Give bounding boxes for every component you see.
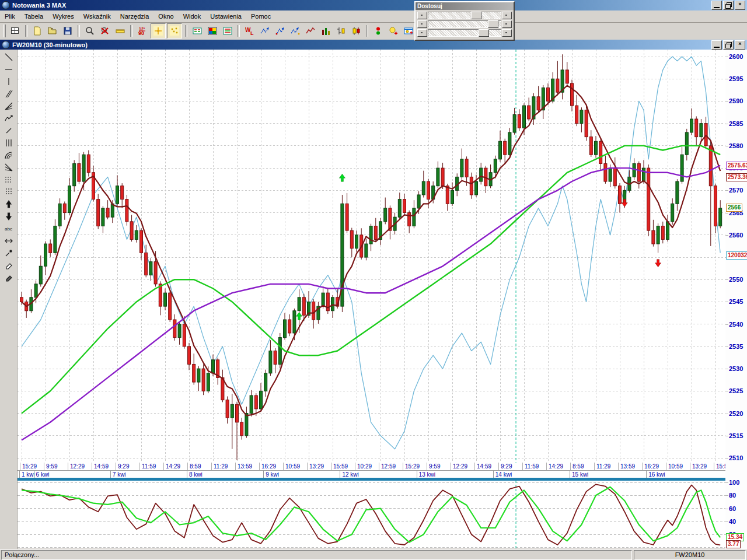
add-study-icon[interactable] <box>386 24 400 38</box>
slider-track[interactable] <box>428 12 501 19</box>
time-tick-mark <box>474 463 475 470</box>
candle <box>637 163 640 181</box>
candle-chart-icon[interactable] <box>349 24 363 38</box>
candle <box>556 79 559 92</box>
text-label-tool[interactable]: abc <box>1 223 16 235</box>
menu-tabela[interactable]: Tabela <box>20 11 48 22</box>
vertical-line-tool[interactable] <box>1 76 16 88</box>
time-tick-label: 10:29 <box>357 463 372 470</box>
chart-window-title-bar[interactable]: FW20M10 (30-minutowo) × <box>0 40 747 50</box>
chart-close-button[interactable]: × <box>735 40 745 50</box>
new-chart-icon[interactable] <box>30 24 44 38</box>
parallel-lines-tool[interactable] <box>1 88 16 100</box>
candle <box>571 83 574 106</box>
order-list-icon[interactable] <box>221 24 235 38</box>
slider-left-button[interactable] <box>417 29 427 37</box>
menu-ustawienia[interactable]: Ustawienia <box>205 11 246 22</box>
fibonacci-arcs-tool[interactable] <box>1 149 16 161</box>
save-icon[interactable] <box>61 24 75 38</box>
menu-wskaźnik[interactable]: Wskaźnik <box>79 11 116 22</box>
candle <box>470 177 473 195</box>
trend-line-tool[interactable] <box>1 51 16 63</box>
price-tick-label: 2585 <box>729 120 743 127</box>
chart-minimize-button[interactable] <box>711 40 722 50</box>
slider-track[interactable] <box>428 29 501 37</box>
ruler-icon[interactable] <box>113 24 127 38</box>
day-label: 12 kwi <box>342 471 358 478</box>
price-tick-label: 2525 <box>729 387 743 394</box>
time-tick-label: 15:29 <box>405 463 420 470</box>
palette-slider-row <box>417 12 512 19</box>
arrow-down-tool[interactable] <box>1 211 16 222</box>
restore-button[interactable] <box>723 1 734 10</box>
crosshair-toggle-icon[interactable] <box>151 23 166 38</box>
candle <box>437 168 439 186</box>
menu-pomoc[interactable]: Pomoc <box>246 11 275 22</box>
pointer-tool[interactable] <box>1 247 16 259</box>
menu-narzędzia[interactable]: Narzędzia <box>116 11 154 22</box>
horizontal-line-tool[interactable] <box>1 64 16 75</box>
slider-right-button[interactable] <box>502 29 512 37</box>
price-tick-label: 2570 <box>729 187 743 194</box>
chart-settings-icon[interactable] <box>402 24 416 38</box>
fibonacci-time-zones-tool[interactable] <box>1 186 16 198</box>
price-axis[interactable]: 2600259525902585258025752570256525602555… <box>725 50 747 549</box>
eraser-filled-tool[interactable] <box>1 272 16 284</box>
price-chart-canvas[interactable] <box>18 50 725 463</box>
quotes-table-icon[interactable] <box>190 24 204 38</box>
ohlc-chart-icon[interactable] <box>334 24 348 38</box>
menu-wykres[interactable]: Wykres <box>48 11 79 22</box>
menu-okno[interactable]: Okno <box>153 11 178 22</box>
arrow-up-tool[interactable] <box>1 198 16 210</box>
close-button[interactable]: × <box>735 1 745 10</box>
scale-digits-icon[interactable]: 12³90 <box>135 24 149 38</box>
oscillator-canvas[interactable] <box>18 481 725 548</box>
slider-thumb[interactable] <box>488 20 498 28</box>
slider-right-button[interactable] <box>502 12 512 19</box>
line-chart-icon[interactable] <box>303 24 317 38</box>
fibonacci-retracement-tool[interactable] <box>1 174 16 186</box>
axis-tick <box>725 235 728 236</box>
time-tick-mark <box>116 463 116 470</box>
segment-tool[interactable] <box>1 125 16 136</box>
minimize-button[interactable] <box>711 1 722 10</box>
grid-lines-tool[interactable] <box>1 137 16 149</box>
wl-indicator-icon[interactable]: WL <box>243 24 257 38</box>
zigzag1-icon[interactable] <box>258 24 272 38</box>
eraser-tool[interactable] <box>1 260 16 271</box>
candle <box>369 226 372 244</box>
slider-left-button[interactable] <box>417 12 427 19</box>
axis-tick <box>725 482 728 484</box>
slider-track[interactable] <box>428 20 501 28</box>
expand-horizontal-tool[interactable] <box>1 235 16 247</box>
menu-widok[interactable]: Widok <box>179 11 206 22</box>
axis-tick <box>725 458 728 459</box>
dostosuj-palette[interactable]: Dostosuj <box>414 1 515 41</box>
slider-right-button[interactable] <box>502 20 512 28</box>
zigzag3-icon[interactable] <box>288 24 302 38</box>
candle <box>44 244 47 266</box>
window-grid-icon[interactable] <box>8 24 22 38</box>
zoom-icon[interactable] <box>83 24 97 38</box>
palette-slider-row <box>417 21 512 27</box>
bar-chart-icon[interactable] <box>319 24 333 38</box>
time-tick-mark <box>331 463 331 470</box>
menu-plik[interactable]: Plik <box>0 11 20 22</box>
slider-left-button[interactable] <box>417 20 427 28</box>
zigzag2-icon[interactable] <box>273 24 287 38</box>
slider-thumb[interactable] <box>471 12 481 19</box>
sell-signal-arrow <box>622 199 627 206</box>
title-bar[interactable]: Notowania 3 MAX × <box>0 0 747 10</box>
speed-lines-tool[interactable] <box>1 100 16 112</box>
snap-toggle-icon[interactable] <box>167 23 182 38</box>
zoom-reset-icon[interactable] <box>98 24 112 38</box>
gann-fan-tool[interactable] <box>1 162 16 173</box>
signals-icon[interactable] <box>371 24 385 38</box>
candle <box>183 324 186 346</box>
open-icon[interactable] <box>46 24 60 38</box>
time-tick-label: 13:59 <box>238 463 252 470</box>
slider-thumb[interactable] <box>479 29 489 37</box>
pitchfork-tool[interactable] <box>1 113 16 124</box>
chart-restore-button[interactable] <box>723 40 734 50</box>
market-grid-icon[interactable] <box>205 24 219 38</box>
